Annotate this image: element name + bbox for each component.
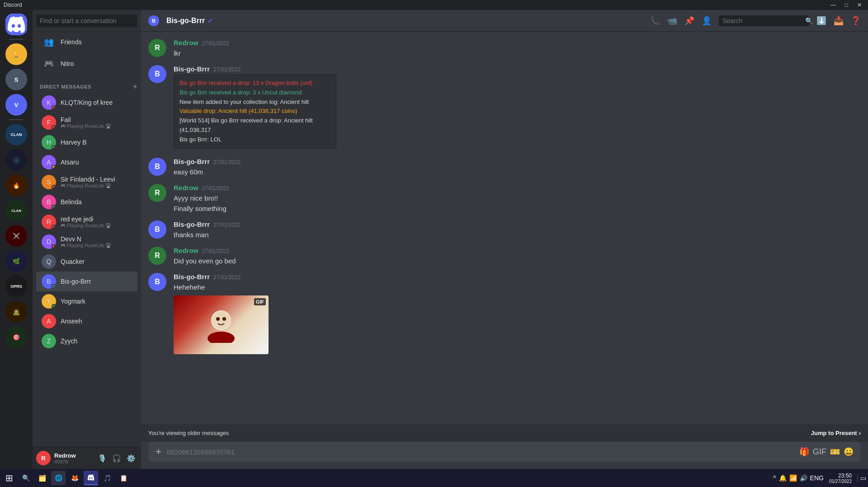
dm-name-anseeh: Anseeh <box>61 318 82 325</box>
message-author-bis-2: Bis-go-Brrr <box>174 158 210 165</box>
dm-item-klqt[interactable]: K KLQT/King of kree <box>36 93 137 112</box>
dm-item-bisgobrrr[interactable]: B Bis-go-Brrr <box>36 272 137 291</box>
server-icon-label: 🎯 <box>5 326 27 348</box>
settings-button[interactable]: ⚙️ <box>125 452 137 464</box>
dm-subtext-fail: 🎮 Playing RuneLite 🖥️ <box>61 123 111 129</box>
message-group: R Redrow 27/01/2022 ikr <box>148 39 861 58</box>
dm-name-belinda: Belinda <box>61 198 82 206</box>
dm-add-button[interactable]: + <box>132 83 137 91</box>
status-dot-harveyb <box>52 145 56 150</box>
sidebar-item-friends[interactable]: 👥 Friends <box>36 32 137 52</box>
gift-button[interactable]: 🎁 <box>799 447 809 457</box>
tray-network[interactable]: 📶 <box>789 474 797 482</box>
tray-notification[interactable]: 🔔 <box>779 474 787 482</box>
dm-item-redeyejedi[interactable]: R red eye jedi 🎮 Playing RuneLite 🖥️ <box>36 212 137 232</box>
download-icon[interactable]: ⬇️ <box>816 16 826 26</box>
dm-item-devvn[interactable]: D Devv N 🎮 Playing RuneLite 🖥️ <box>36 232 137 252</box>
help-icon[interactable]: ❓ <box>851 16 861 26</box>
message-avatar-bis-4: B <box>148 273 166 291</box>
svg-point-3 <box>216 317 220 321</box>
input-add-button[interactable]: + <box>156 446 161 458</box>
server-icon-clan[interactable]: CLAN <box>5 124 27 145</box>
dm-search-input[interactable] <box>36 14 137 27</box>
dm-item-sirfinlandd[interactable]: S Sir Finlandd - Leevi 🎮 Playing RuneLit… <box>36 172 137 192</box>
dm-item-belinda[interactable]: B Belinda <box>36 192 137 212</box>
mute-button[interactable]: 🎙️ <box>96 452 108 464</box>
add-friend-icon[interactable]: 👤 <box>702 16 712 26</box>
dm-item-yogmark[interactable]: Y Yogmark <box>36 291 137 311</box>
taskbar-taskview-button[interactable]: 🗂️ <box>35 471 49 485</box>
server-icon-12[interactable]: 🎯 <box>5 326 27 348</box>
message-avatar-bis-2: B <box>148 158 166 176</box>
sidebar-item-nitro[interactable]: 🎮 Nitro <box>36 54 137 74</box>
message-author-redrow-3: Redrow <box>174 247 198 254</box>
dm-section-header: DIRECT MESSAGES + <box>33 75 141 93</box>
header-search[interactable]: 🔍 <box>719 15 809 26</box>
deafen-button[interactable]: 🎧 <box>110 452 123 464</box>
status-dot-redeyejedi <box>52 225 56 229</box>
call-icon[interactable]: 📞 <box>650 16 660 26</box>
dm-item-harveyb[interactable]: H Harvey B <box>36 132 137 152</box>
message-group-4: R Redrow 27/01/2022 Ayyy nice bro!! Fina… <box>148 184 861 213</box>
dm-name-yogmark: Yogmark <box>61 298 85 305</box>
dm-item-atsaru[interactable]: A Atsaru <box>36 152 137 172</box>
server-icon-oprs[interactable]: OPRS <box>5 276 27 297</box>
video-icon[interactable]: 📹 <box>667 16 677 26</box>
server-icon-9[interactable]: 🌿 <box>5 250 27 272</box>
taskbar-app-chrome[interactable]: 🌐 <box>51 471 66 485</box>
search-input[interactable] <box>722 17 802 24</box>
tray-language[interactable]: ENG <box>810 474 824 482</box>
dm-item-quacker[interactable]: Q Quacker <box>36 252 137 272</box>
show-desktop-button[interactable]: ▭ <box>857 474 866 482</box>
server-icon-v[interactable]: V <box>5 94 27 116</box>
tray-chevron[interactable]: ^ <box>773 474 776 482</box>
server-icon-label: CLAN <box>5 200 27 221</box>
message-group-6: R Redrow 27/01/2022 Did you even go bed <box>148 247 861 266</box>
dm-name-devvn: Devv N <box>61 235 111 243</box>
inbox-icon[interactable]: 📥 <box>834 16 844 26</box>
taskbar-app-firefox[interactable]: 🦊 <box>67 471 82 485</box>
dm-item-anseeh[interactable]: A Anseeh <box>36 311 137 331</box>
gif-button[interactable]: GIF <box>813 447 826 457</box>
message-header-4: Redrow 27/01/2022 <box>174 184 861 192</box>
user-panel: R Redrow #0978 🎙️ 🎧 ⚙️ <box>33 447 141 469</box>
taskbar-search-button[interactable]: 🔍 <box>19 471 33 485</box>
taskbar-app-discord[interactable] <box>84 471 98 485</box>
server-icon-5[interactable]: 🌑 <box>5 149 27 171</box>
server-icon-stoic[interactable]: S <box>5 69 27 90</box>
message-header-6: Redrow 27/01/2022 <box>174 247 861 254</box>
search-icon: 🔍 <box>805 17 813 24</box>
message-input[interactable] <box>167 443 794 461</box>
minimize-button[interactable]: — <box>828 1 839 9</box>
server-icon-11[interactable]: 🧟 <box>5 301 27 323</box>
emoji-button[interactable]: 😀 <box>844 447 854 457</box>
server-icon-8[interactable]: ⚔️ <box>5 225 27 247</box>
jump-to-present-button[interactable]: Jump to Present › <box>811 430 861 436</box>
dm-subtext-devvn: 🎮 Playing RuneLite 🖥️ <box>61 243 111 248</box>
dm-avatar-anseeh: A <box>42 314 56 328</box>
taskbar-app-spotify[interactable]: 🎵 <box>100 471 114 485</box>
maximize-button[interactable]: □ <box>842 1 851 9</box>
pin-icon[interactable]: 📌 <box>684 16 694 26</box>
status-dot-belinda <box>52 205 56 209</box>
tray-volume[interactable]: 🔊 <box>800 474 807 482</box>
sticker-button[interactable]: 🎫 <box>830 447 840 457</box>
server-icon-6[interactable]: 🔥 <box>5 174 27 196</box>
message-text-4b: Finally something <box>174 204 861 213</box>
channel-header: B Bis-go-Brrr ✓ 📞 📹 📌 👤 🔍 ⬇️ 📥 ❓ <box>141 10 868 32</box>
server-icon-1[interactable]: 🏆 <box>5 43 27 65</box>
server-icon-home[interactable] <box>5 14 27 35</box>
start-button[interactable]: ⊞ <box>2 473 17 483</box>
nitro-label: Nitro <box>61 60 74 67</box>
dm-item-zyych[interactable]: Z Zyych <box>36 331 137 351</box>
server-icon-clan-eu[interactable]: CLAN <box>5 200 27 221</box>
taskbar-app-misc[interactable]: 📋 <box>116 471 131 485</box>
dm-name-quacker: Quacker <box>61 258 85 265</box>
message-timestamp-1: 27/01/2022 <box>202 40 229 47</box>
verified-icon: ✓ <box>208 17 213 24</box>
message-header-7: Bis-go-Brrr 27/01/2022 <box>174 273 861 281</box>
dm-item-fail[interactable]: F Fail 🎮 Playing RuneLite 🖥️ <box>36 112 137 132</box>
header-actions: 📞 📹 📌 👤 🔍 ⬇️ 📥 ❓ <box>650 15 861 26</box>
close-button[interactable]: ✕ <box>854 1 864 9</box>
dm-sidebar: 👥 Friends 🎮 Nitro DIRECT MESSAGES + K KL… <box>33 10 141 469</box>
